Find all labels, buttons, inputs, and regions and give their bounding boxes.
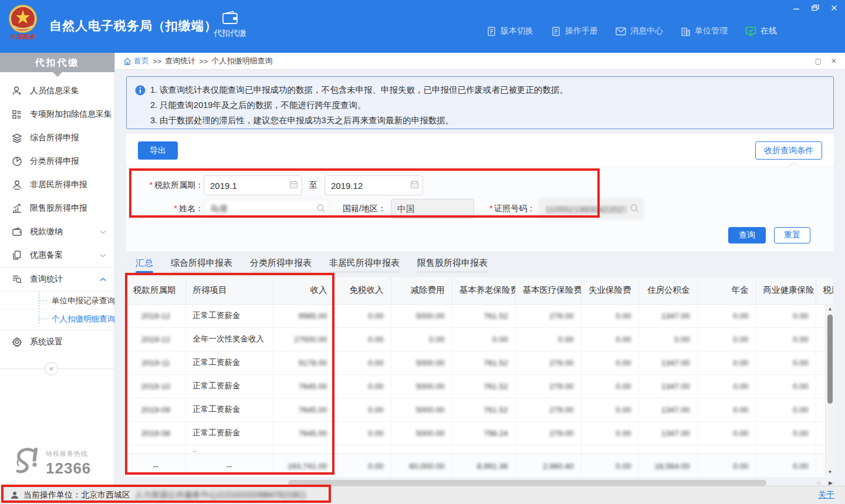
cell-value: 0.00 — [697, 304, 756, 327]
search-icon[interactable] — [630, 204, 639, 213]
horizontal-scroll-thumb[interactable] — [288, 480, 766, 486]
to-label: 至 — [309, 180, 317, 191]
col-header-period[interactable]: 税款所属期 — [126, 277, 185, 304]
sidebar-collapse-button[interactable]: « — [45, 362, 58, 376]
calendar-icon[interactable] — [410, 180, 419, 189]
notice-line: 2. 只能查询2019年及之后的数据，不能进行跨年度查询。 — [150, 97, 568, 113]
table-row-partial[interactable]: .. — [126, 445, 833, 454]
sidebar-item-tax-payment[interactable]: 税款缴纳 — [0, 220, 114, 243]
sidebar-item-preferential-filing[interactable]: 优惠备案 — [0, 243, 114, 267]
unit-management-label: 单位管理 — [695, 26, 728, 36]
collapse-filter-button[interactable]: 收折查询条件 — [755, 141, 822, 160]
query-form: *税款所属期： 至 — [126, 167, 834, 251]
breadcrumb-home[interactable]: 首页 — [123, 56, 149, 66]
cell-value: 0.00 — [581, 327, 638, 351]
table-body: 2019-12正常工资薪金9985.000.005000.00761.52279… — [126, 304, 833, 477]
cell-value: 279.00 — [515, 351, 581, 374]
col-header-taxfree-income[interactable]: 免税收入 — [334, 277, 391, 304]
scroll-down-arrow[interactable]: ▼ — [826, 468, 834, 476]
sidebar-item-restricted-stock[interactable]: 限售股所得申报 — [0, 197, 114, 220]
table-row[interactable]: 2019-12正常工资薪金9985.000.005000.00761.52279… — [126, 304, 833, 327]
table-row[interactable]: 2019-09正常工资薪金7645.000.005000.00761.52279… — [126, 398, 833, 421]
online-status[interactable]: 在线 — [745, 26, 777, 36]
cell-period: 2019-10 — [126, 374, 185, 398]
table-row[interactable]: 2019-11正常工资薪金9178.000.005000.00761.52279… — [126, 351, 833, 374]
cell-value: 798.24 — [452, 421, 515, 445]
vertical-scrollbar[interactable]: ▲ ▼ — [825, 304, 834, 477]
period-to-input[interactable] — [325, 175, 423, 195]
table-total-row: ----163,741.000.0060,000.008,991.362,960… — [126, 454, 833, 477]
name-label: *姓名： — [126, 204, 204, 214]
unit-management-button[interactable]: 单位管理 — [681, 26, 728, 36]
sidebar-item-comprehensive-income[interactable]: 综合所得申报 — [0, 126, 114, 150]
person-add-icon — [12, 86, 22, 96]
cell-income-item: .. — [185, 445, 273, 454]
cell-value: 0.00 — [697, 398, 756, 421]
close-window-button[interactable] — [829, 2, 839, 13]
sidebar-item-classified-income[interactable]: 分类所得申报 — [0, 150, 114, 173]
cell-value: 1347.00 — [638, 374, 697, 398]
query-button[interactable]: 查询 — [728, 227, 766, 243]
sidebar-item-system-settings[interactable]: 系统设置 — [0, 330, 114, 354]
col-header-item[interactable]: 所得项目 — [185, 277, 273, 304]
manual-button[interactable]: 操作手册 — [551, 26, 598, 36]
reset-button[interactable]: 重置 — [774, 227, 810, 243]
tab-summary[interactable]: 汇总 — [136, 258, 153, 273]
pane-close-button[interactable]: ✕ — [831, 57, 837, 65]
col-header-health-insurance[interactable]: 商业健康保险 — [756, 277, 816, 304]
envelope-icon — [616, 27, 626, 36]
cell-value: 0.00 — [697, 327, 756, 351]
sidebar-item-label: 分类所得申报 — [30, 156, 106, 167]
col-header-income[interactable]: 收入 — [273, 277, 334, 304]
pane-maximize-button[interactable]: ▢ — [815, 57, 822, 65]
sidebar-item-query-statistics[interactable]: 查询统计 — [0, 268, 114, 291]
about-link[interactable]: 关于 — [818, 490, 834, 500]
version-switch-button[interactable]: 版本切换 — [486, 26, 533, 36]
notice-line: 1. 该查询统计表仅能查询已申报成功的数据，不包含未申报、申报失败，已申报但已作… — [150, 82, 568, 97]
tab-nonresident-income[interactable]: 非居民所得申报表 — [329, 258, 400, 273]
cell-value: 761.52 — [452, 304, 515, 327]
restore-button[interactable] — [810, 2, 820, 13]
horizontal-scrollbar[interactable]: ▶ — [126, 479, 834, 486]
cell-period: 2019-12 — [126, 327, 185, 351]
cell-value: 761.52 — [452, 374, 515, 398]
sidebar-item-personnel-info[interactable]: 人员信息采集 — [0, 79, 114, 103]
tab-classified-income[interactable]: 分类所得申报表 — [250, 258, 312, 273]
cell-value: 7645.00 — [273, 398, 334, 421]
col-header-pension[interactable]: 基本养老保险费 — [452, 277, 515, 304]
tab-daikou-daijiao[interactable]: 代扣代缴 — [207, 11, 254, 39]
search-icon[interactable] — [316, 204, 326, 213]
message-center-button[interactable]: 消息中心 — [616, 26, 663, 36]
col-header-deduction[interactable]: 减除费用 — [391, 277, 452, 304]
copy-icon — [12, 250, 22, 261]
col-header-cutoff[interactable]: 税延养老保险 — [816, 277, 833, 304]
sidebar-subitem-unit-declaration-query[interactable]: 单位申报记录查询 — [0, 291, 114, 309]
sidebar-item-nonresident-income[interactable]: 非居民所得申报 — [0, 173, 114, 197]
period-to-wrap — [325, 175, 423, 195]
table-row[interactable]: 2019-12全年一次性奖金收入27500.000.000.000.000.00… — [126, 327, 833, 351]
period-from-input[interactable] — [204, 175, 302, 195]
export-button[interactable]: 导出 — [138, 141, 178, 160]
sidebar-subitem-personal-withholding-query[interactable]: 个人扣缴明细查询 — [0, 309, 114, 327]
col-header-unemployment[interactable]: 失业保险费 — [581, 277, 638, 304]
cell-value: 0.00 — [391, 327, 452, 351]
emblem-caption: 中国税务 — [10, 33, 36, 41]
scroll-up-arrow[interactable]: ▲ — [826, 305, 834, 313]
cell-value: 0.00 — [756, 421, 816, 445]
tab-comprehensive-income[interactable]: 综合所得申报表 — [171, 258, 232, 273]
vertical-scroll-thumb[interactable] — [827, 314, 833, 404]
col-header-annuity[interactable]: 年金 — [697, 277, 756, 304]
sidebar-menu: 人员信息采集 专项附加扣除信息采集 综合所得申报 分类所得申报 — [0, 72, 114, 376]
name-input[interactable] — [204, 199, 330, 219]
breadcrumb-item[interactable]: 查询统计 — [165, 56, 195, 66]
tab-restricted-stock[interactable]: 限售股所得申报表 — [417, 258, 488, 273]
cell-value: 0.00 — [581, 351, 638, 374]
calendar-icon[interactable] — [289, 180, 298, 189]
table-row[interactable]: 2019-08正常工资薪金7645.000.005000.00798.24279… — [126, 421, 833, 445]
sidebar-item-special-deduction[interactable]: 专项附加扣除信息采集 — [0, 103, 114, 126]
col-header-medical[interactable]: 基本医疗保险费 — [515, 277, 581, 304]
scroll-right-arrow[interactable]: ▶ — [829, 479, 833, 486]
minimize-button[interactable] — [791, 2, 802, 13]
col-header-housing-fund[interactable]: 住房公积金 — [638, 277, 697, 304]
table-row[interactable]: 2019-10正常工资薪金7645.000.005000.00761.52279… — [126, 374, 833, 398]
